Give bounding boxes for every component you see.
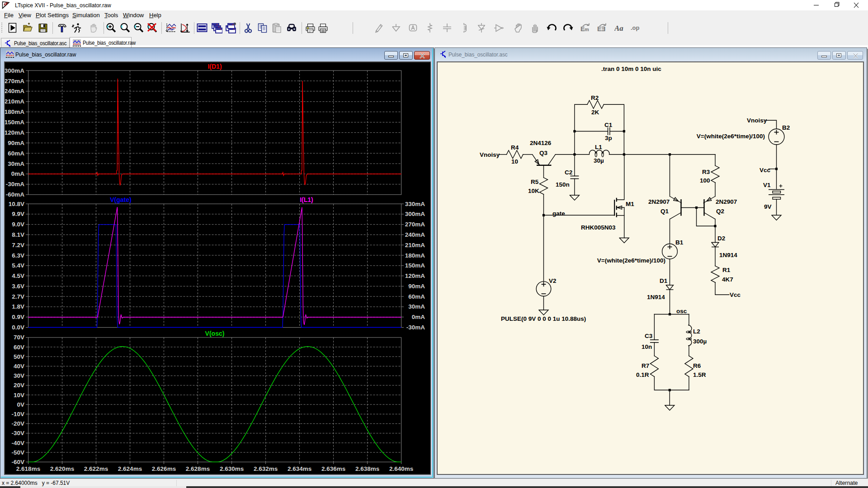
svg-text:50V: 50V [14,353,24,360]
svg-text:Aa: Aa [614,24,623,33]
svg-text:osc: osc [676,308,687,314]
svg-text:1N914: 1N914 [647,294,665,300]
svg-text:2.628ms: 2.628ms [186,465,210,472]
svg-text:L2: L2 [693,328,700,335]
svg-text:9V: 9V [764,203,772,210]
svg-text:-30mA: -30mA [6,181,25,188]
svg-text:L1: L1 [595,144,602,150]
svg-text:10: 10 [511,158,518,165]
svg-text:120mA: 120mA [5,129,24,136]
svg-text:70V: 70V [14,334,24,341]
svg-text:90mA: 90mA [408,283,425,290]
svg-text:.op: .op [631,24,640,31]
svg-text:R3: R3 [702,169,710,175]
svg-text:.tran 0 10m 0 10n uic: .tran 0 10m 0 10n uic [601,66,661,72]
svg-text:E: E [580,25,585,33]
svg-text:Q2: Q2 [716,208,724,215]
svg-text:PULSE(0 9V 0 0 0 1u 10.88us): PULSE(0 9V 0 0 0 1u 10.88us) [501,315,586,322]
svg-text:V1: V1 [763,182,771,188]
svg-text:D1: D1 [660,277,668,284]
svg-text:-10V: -10V [11,411,24,418]
svg-text:V2: V2 [549,277,557,284]
svg-text:2.620ms: 2.620ms [50,465,74,472]
svg-text:0.9V: 0.9V [12,314,24,320]
svg-text:R7: R7 [642,362,649,369]
svg-text:Q1: Q1 [660,208,669,215]
svg-text:40V: 40V [14,363,24,370]
svg-text:30mA: 30mA [408,303,425,310]
svg-text:2.636ms: 2.636ms [321,465,345,472]
svg-text:210mA: 210mA [5,98,24,105]
svg-text:3p: 3p [605,135,612,141]
svg-text:100: 100 [700,177,710,184]
svg-text:Vnoisy: Vnoisy [480,151,500,158]
svg-text:10.8V: 10.8V [9,201,24,207]
svg-text:2.7V: 2.7V [12,293,24,300]
svg-text:D2: D2 [717,235,725,242]
svg-text:-50V: -50V [11,449,24,456]
svg-text:30µ: 30µ [594,157,604,164]
svg-text:270mA: 270mA [405,221,425,228]
svg-text:2.618ms: 2.618ms [16,465,40,472]
svg-text:3.6V: 3.6V [12,283,24,290]
svg-text:C1: C1 [604,122,613,128]
svg-text:210mA: 210mA [405,242,425,249]
svg-text:Q3: Q3 [539,150,548,156]
svg-text:E: E [597,25,601,33]
svg-text:120mA: 120mA [405,272,425,279]
svg-text:R1: R1 [722,267,731,273]
svg-text:20V: 20V [14,382,24,389]
svg-text:10V: 10V [14,392,24,399]
svg-text:270mA: 270mA [5,78,24,84]
svg-text:0.1R: 0.1R [636,371,649,378]
svg-text:330mA: 330mA [405,201,425,207]
svg-text:4.5V: 4.5V [12,272,24,279]
svg-text:9.0V: 9.0V [12,221,24,228]
svg-text:2.622ms: 2.622ms [84,465,108,472]
svg-text:90mA: 90mA [8,140,24,146]
svg-text:7.2V: 7.2V [12,242,24,249]
svg-text:Ǝ: Ǝ [601,25,605,33]
svg-text:60mA: 60mA [408,293,425,300]
svg-text:I(D1): I(D1) [208,63,222,70]
svg-text:300mA: 300mA [5,67,24,74]
svg-text:-30V: -30V [11,430,24,436]
svg-text:30mA: 30mA [8,160,24,167]
svg-text:R2: R2 [591,94,599,101]
svg-text:180mA: 180mA [405,252,425,259]
svg-text:150mA: 150mA [5,119,24,126]
svg-text:2N2907: 2N2907 [716,198,737,205]
svg-text:0mA: 0mA [412,314,425,320]
svg-text:2.626ms: 2.626ms [152,465,176,472]
svg-text:2N2907: 2N2907 [648,198,670,205]
svg-text:2N4126: 2N4126 [530,140,552,146]
svg-text:Vcc: Vcc [760,167,771,174]
svg-text:Vcc: Vcc [730,291,741,298]
svg-text:R4: R4 [511,144,519,151]
svg-text:-60mA: -60mA [6,191,25,198]
svg-text:9.9V: 9.9V [12,211,24,217]
svg-text:180mA: 180mA [5,108,24,115]
svg-text:0mA: 0mA [11,170,25,177]
svg-text:5.4V: 5.4V [12,262,24,269]
svg-text:B2: B2 [782,124,790,131]
svg-text:150mA: 150mA [405,262,425,269]
svg-text:2K: 2K [591,109,599,116]
svg-text:300µ: 300µ [693,338,707,345]
svg-text:240mA: 240mA [5,88,24,94]
svg-text:R6: R6 [693,362,701,369]
svg-text:240mA: 240mA [405,231,425,238]
svg-text:V(osc): V(osc) [205,330,225,337]
svg-text:10K: 10K [528,188,539,194]
svg-text:RHK005N03: RHK005N03 [581,224,616,231]
svg-text:-20V: -20V [11,420,24,427]
svg-text:2.638ms: 2.638ms [355,465,379,472]
svg-text:0.0V: 0.0V [12,324,24,331]
svg-text:gate: gate [552,210,565,217]
svg-text:1N914: 1N914 [719,252,737,258]
svg-text:V(gate): V(gate) [110,196,131,203]
svg-text:Vnoisy: Vnoisy [747,117,767,124]
svg-text:2.640ms: 2.640ms [389,465,413,472]
svg-text:0V: 0V [17,401,24,408]
svg-text:m: m [585,27,589,32]
